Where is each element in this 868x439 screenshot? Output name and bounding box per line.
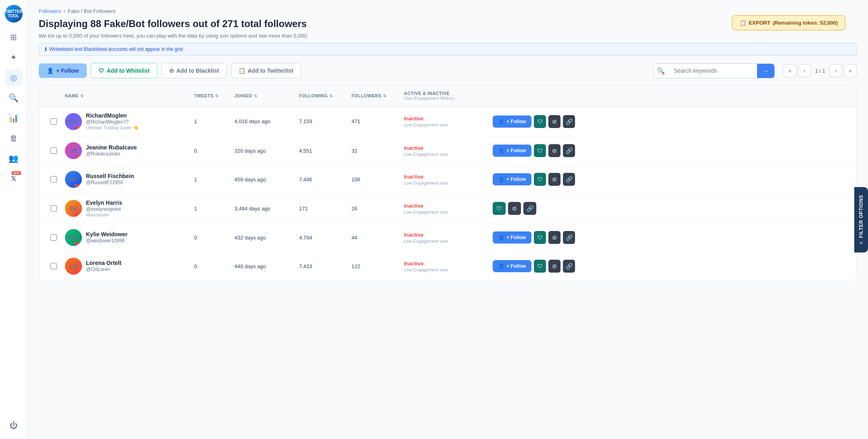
- follow-person-icon: 👤: [47, 67, 54, 74]
- followers-cell: 26: [348, 200, 401, 217]
- network-icon: ✦: [10, 53, 17, 62]
- sort-joined-icon[interactable]: ⇅: [254, 94, 257, 98]
- user-cell: EH Evelyn Harris @evelynonpoint Manchest…: [62, 194, 191, 223]
- row-checkbox[interactable]: [50, 147, 57, 154]
- user-cell: RF Russell Fischbein @RussellF22955: [62, 165, 191, 193]
- sidebar-item-dashboard[interactable]: ⊞: [5, 28, 23, 46]
- sidebar-item-analytics[interactable]: 📊: [5, 109, 23, 127]
- sidebar-item-logout[interactable]: ⏻: [5, 416, 23, 434]
- followers-cell: 122: [348, 258, 401, 275]
- link-row-button[interactable]: 🔗: [563, 231, 575, 244]
- table-row: LO Lorena Ortelt @OrtLoren 0 440 days ag…: [39, 252, 856, 280]
- follow-button[interactable]: 👤 + Follow: [493, 145, 531, 157]
- breadcrumb-current: Fake / Bot Followers: [68, 8, 116, 14]
- link-row-button[interactable]: 🔗: [523, 202, 536, 215]
- joined-cell: 440 days ago: [231, 258, 296, 275]
- sidebar-item-audience[interactable]: 👥: [5, 149, 23, 167]
- table-header: NAME ⇅ TWEETS ⇅ JOINED ⇅ FOLLOWING ⇅ FOL…: [39, 85, 856, 107]
- next-page-button[interactable]: ›: [829, 64, 842, 77]
- action-cell: 👤 + Follow 🛡 ⊘ 🔗: [489, 139, 578, 163]
- th-joined: JOINED ⇅: [231, 88, 296, 104]
- whitelist-row-button[interactable]: 🛡: [534, 115, 546, 128]
- th-following: FOLLOWING ⇅: [296, 88, 348, 104]
- user-handle: @OrtLoren: [86, 267, 121, 272]
- dashboard-icon: ⊞: [10, 32, 17, 42]
- pagination: « ‹ 1 / 1 › »: [784, 64, 857, 77]
- sidebar-item-targeting[interactable]: ◎: [5, 69, 23, 86]
- sidebar-item-twitter[interactable]: 𝕏 NEW: [5, 170, 23, 187]
- row-checkbox-cell: [46, 229, 62, 246]
- follow-button[interactable]: 👤 + Follow: [493, 173, 531, 185]
- filter-options-button[interactable]: ≡ FILTER OPTIONS: [854, 187, 868, 252]
- export-button[interactable]: 📋 EXPORT (Remaining token: 52,000): [732, 15, 845, 30]
- breadcrumb-followers-link[interactable]: Followers: [39, 8, 61, 14]
- row-checkbox[interactable]: [50, 234, 57, 241]
- whitelist-row-button[interactable]: 🛡: [534, 260, 546, 273]
- dot-orange: [79, 213, 82, 216]
- joined-cell: 459 days ago: [231, 171, 296, 188]
- block-row-button[interactable]: ⊘: [548, 144, 561, 157]
- sort-followers-icon[interactable]: ⇅: [383, 94, 386, 98]
- followers-table: NAME ⇅ TWEETS ⇅ JOINED ⇅ FOLLOWING ⇅ FOL…: [39, 85, 857, 281]
- row-checkbox[interactable]: [50, 263, 57, 269]
- page-info: 1 / 1: [813, 68, 828, 74]
- avatar: LO: [65, 258, 82, 275]
- link-row-button[interactable]: 🔗: [563, 260, 575, 273]
- th-actions: [489, 90, 578, 101]
- follow-button[interactable]: 👤 + Follow: [493, 116, 531, 128]
- user-cell: KW Kylie Weidower @weidower10996: [62, 223, 191, 252]
- whitelist-row-button[interactable]: 🛡: [534, 231, 546, 244]
- sidebar-item-network[interactable]: ✦: [5, 48, 23, 66]
- info-icon: ℹ: [45, 46, 47, 52]
- user-handle: @RubalcaJeani: [86, 151, 137, 157]
- dot-red: [75, 184, 78, 187]
- block-row-button[interactable]: ⊘: [548, 173, 561, 186]
- block-row-button[interactable]: ⊘: [548, 115, 561, 128]
- prev-page-button[interactable]: ‹: [798, 64, 811, 77]
- whitelist-button[interactable]: 🛡 Add to Whitelist: [91, 63, 157, 78]
- search-input[interactable]: [668, 64, 757, 78]
- table-row: JR Jeanine Rubalcave @RubalcaJeani 0 320…: [39, 137, 856, 165]
- link-row-button[interactable]: 🔗: [563, 173, 575, 186]
- follow-label: + Follow: [56, 67, 79, 74]
- link-row-button[interactable]: 🔗: [563, 115, 575, 128]
- link-row-button[interactable]: 🔗: [563, 144, 575, 157]
- sort-following-icon[interactable]: ⇅: [329, 94, 333, 98]
- status-sub: Low Engagement user: [404, 210, 486, 214]
- row-checkbox[interactable]: [50, 118, 57, 125]
- followers-cell: 471: [348, 113, 401, 130]
- sort-name-icon[interactable]: ⇅: [80, 94, 84, 98]
- twitterlist-button[interactable]: 📋 Add to Twitterlist: [231, 63, 301, 78]
- twitterlist-label: Add to Twitterlist: [248, 67, 293, 74]
- user-name: Lorena Ortelt: [86, 260, 121, 266]
- last-page-button[interactable]: »: [844, 64, 857, 77]
- breadcrumb-separator: ›: [64, 8, 65, 14]
- row-checkbox-cell: [46, 257, 62, 275]
- search-submit-button[interactable]: →: [757, 64, 774, 78]
- th-tweets: TWEETS ⇅: [191, 88, 231, 104]
- first-page-button[interactable]: «: [784, 64, 797, 77]
- filter-label: FILTER OPTIONS: [858, 195, 864, 238]
- sidebar-item-search[interactable]: 🔍: [5, 89, 23, 107]
- action-cell: 👤 + Follow 🛡 ⊘ 🔗: [489, 254, 578, 278]
- sort-tweets-icon[interactable]: ⇅: [215, 94, 218, 98]
- block-row-button[interactable]: ⊘: [548, 260, 561, 273]
- sidebar-item-cleanup[interactable]: 🗑: [5, 129, 23, 147]
- follow-button[interactable]: 👤 + Follow: [493, 260, 531, 272]
- row-checkbox[interactable]: [50, 176, 57, 183]
- user-name: RichardMoglen: [86, 112, 138, 119]
- whitelist-row-button[interactable]: 🛡: [493, 202, 506, 215]
- blacklist-button[interactable]: ⊘ Add to Blacklist: [161, 63, 227, 78]
- tweets-cell: 0: [191, 229, 231, 246]
- follow-all-button[interactable]: 👤 + Follow: [39, 63, 87, 78]
- dot-red: [75, 242, 78, 245]
- block-row-button[interactable]: ⊘: [548, 231, 561, 244]
- breadcrumb: Followers › Fake / Bot Followers: [39, 8, 857, 14]
- status-cell: Inactive Low Engagement user: [401, 110, 489, 133]
- follow-button[interactable]: 👤 + Follow: [493, 231, 531, 244]
- dot-orange: [79, 155, 82, 158]
- block-row-button[interactable]: ⊘: [508, 202, 521, 215]
- row-checkbox[interactable]: [50, 205, 57, 212]
- whitelist-row-button[interactable]: 🛡: [534, 173, 546, 186]
- whitelist-row-button[interactable]: 🛡: [534, 144, 546, 157]
